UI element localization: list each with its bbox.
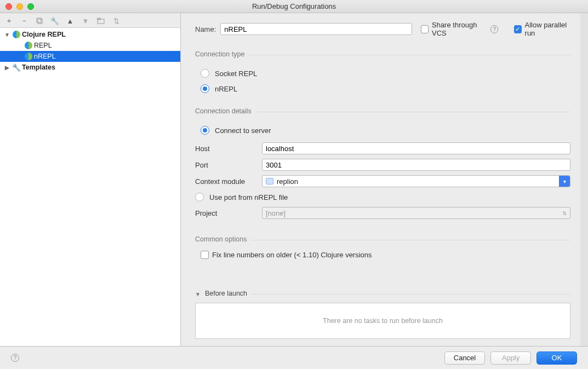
host-label: Host (195, 145, 256, 153)
chevron-right-icon[interactable]: ▶ (3, 65, 11, 71)
clojure-icon (12, 30, 21, 39)
zoom-window-icon[interactable] (27, 3, 34, 10)
checkbox-icon (421, 25, 429, 33)
radio-label: Socket REPL (215, 70, 257, 78)
name-input[interactable] (220, 23, 412, 35)
tree-item-label: nREPL (34, 53, 56, 60)
clojure-icon (24, 52, 33, 61)
chevron-down-icon[interactable]: ▼ (3, 32, 11, 38)
radio-use-port-file[interactable]: Use port from nREPL file (195, 189, 570, 205)
divider (256, 112, 570, 112)
radio-nrepl[interactable]: nREPL (201, 81, 570, 96)
radio-label: Connect to server (215, 126, 271, 135)
minimize-window-icon[interactable] (16, 3, 23, 10)
tree-group-clojure-repl[interactable]: ▼ Clojure REPL (0, 29, 180, 40)
project-label: Project (195, 209, 256, 217)
radio-icon (195, 193, 204, 201)
chevron-down-icon[interactable]: ▼ (195, 291, 201, 297)
host-input[interactable] (262, 142, 570, 154)
parallel-run-checkbox[interactable]: ✓ Allow parallel run (514, 21, 574, 37)
move-down-icon[interactable]: ▼ (81, 16, 90, 25)
section-before-launch: Before launch (205, 290, 247, 297)
divider (252, 240, 571, 240)
settings-icon[interactable]: 🔧 (50, 16, 59, 25)
apply-button[interactable]: Apply (490, 351, 531, 365)
parallel-label: Allow parallel run (525, 21, 574, 37)
divider (249, 55, 570, 55)
scrollbar[interactable] (580, 13, 588, 346)
close-window-icon[interactable] (5, 3, 12, 10)
main-panel: Name: Share through VCS ? ✓ Allow parall… (181, 13, 588, 346)
port-label: Port (195, 161, 256, 169)
config-tree: ▼ Clojure REPL REPL nREPL ▶ 🔧 Templates (0, 28, 180, 346)
tree-group-label: Templates (22, 64, 55, 71)
svg-rect-0 (37, 18, 41, 22)
before-launch-empty: There are no tasks to run before launch (323, 317, 443, 325)
share-vcs-label: Share through VCS (432, 21, 487, 37)
help-icon[interactable]: ? (490, 25, 498, 33)
radio-socket-repl[interactable]: Socket REPL (201, 66, 570, 81)
sort-icon[interactable]: ⇅ (112, 16, 121, 25)
sidebar: ＋ － 🔧 ▲ ▼ ⇅ ▼ Clojure REPL REPL (0, 13, 181, 346)
radio-label: Use port from nREPL file (209, 193, 288, 201)
context-module-select[interactable]: replion ▾ (262, 175, 570, 187)
tree-group-templates[interactable]: ▶ 🔧 Templates (0, 62, 180, 73)
wrench-icon: 🔧 (12, 63, 21, 72)
window-title: Run/Debug Configurations (0, 2, 588, 10)
clojure-icon (24, 41, 33, 50)
dialog-help-icon[interactable]: ? (11, 354, 19, 362)
module-icon (266, 178, 273, 184)
radio-label: nREPL (215, 85, 237, 93)
context-module-label: Context module (195, 177, 256, 186)
fix-line-numbers-checkbox[interactable]: Fix line numbers on older (< 1.10) Cloju… (195, 247, 570, 259)
copy-icon[interactable] (35, 16, 44, 25)
add-icon[interactable]: ＋ (4, 16, 13, 25)
tree-item-label: REPL (34, 42, 52, 49)
ok-button[interactable]: OK (536, 351, 577, 365)
dropdown-updown-icon: ⇅ (562, 210, 567, 216)
checkbox-icon (201, 251, 209, 259)
dialog-buttons: ? Cancel Apply OK (0, 346, 588, 369)
checkbox-checked-icon: ✓ (514, 25, 522, 33)
divider (252, 294, 570, 295)
tree-group-label: Clojure REPL (22, 31, 66, 38)
section-common-options: Common options (195, 235, 247, 243)
radio-selected-icon (201, 84, 209, 93)
dropdown-arrow-icon: ▾ (559, 176, 570, 187)
radio-icon (201, 69, 209, 78)
context-module-value: replion (277, 177, 298, 186)
titlebar: Run/Debug Configurations (0, 0, 588, 13)
before-launch-list: There are no tasks to run before launch (195, 303, 570, 339)
fix-label: Fix line numbers on older (< 1.10) Cloju… (212, 251, 372, 259)
svg-rect-1 (38, 19, 42, 24)
config-toolbar: ＋ － 🔧 ▲ ▼ ⇅ (0, 13, 180, 28)
share-vcs-checkbox[interactable]: Share through VCS ? (421, 21, 498, 37)
folder-icon[interactable] (96, 16, 105, 25)
project-value: [none] (266, 209, 286, 217)
port-input[interactable] (262, 159, 570, 171)
remove-icon[interactable]: － (20, 16, 28, 25)
project-select: [none] ⇅ (262, 207, 570, 219)
cancel-button[interactable]: Cancel (444, 351, 485, 365)
move-up-icon[interactable]: ▲ (66, 16, 75, 25)
radio-connect-to-server[interactable]: Connect to server (201, 123, 570, 138)
tree-item-repl[interactable]: REPL (0, 40, 180, 51)
radio-selected-icon (201, 126, 209, 135)
tree-item-nrepl[interactable]: nREPL (0, 51, 180, 62)
section-connection-details: Connection details (195, 107, 252, 115)
name-label: Name: (195, 25, 216, 33)
section-connection-type: Connection type (195, 50, 244, 58)
